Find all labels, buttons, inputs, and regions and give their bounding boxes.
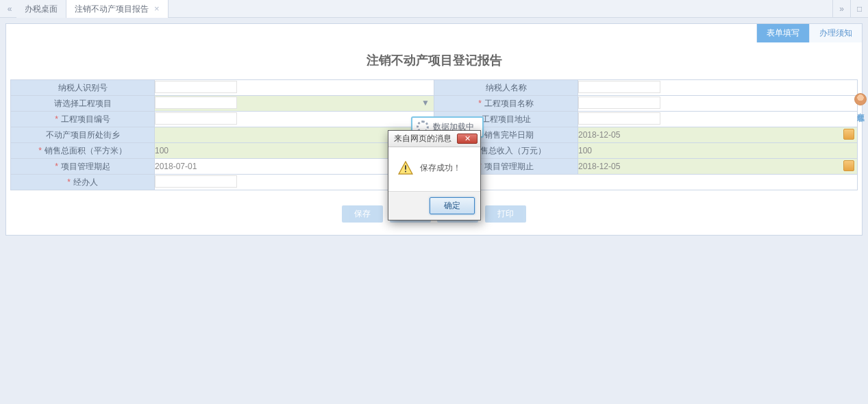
label-select-project: 请选择工程项目 [11, 96, 155, 112]
tab-bar: « 办税桌面 注销不动产项目报告 × » □ [0, 0, 868, 18]
label-street-town: 不动产项目所处街乡 [11, 127, 155, 143]
tab-form-fill[interactable]: 表单填写 [756, 24, 809, 42]
calendar-icon[interactable] [843, 129, 854, 140]
dialog-message: 保存成功！ [420, 162, 461, 174]
label-project-code: 工程项目编号 [11, 112, 155, 127]
value-manage-end: 2018-12-05 [578, 162, 620, 171]
dialog-titlebar[interactable]: 来自网页的消息 ✕ [388, 131, 480, 147]
svg-rect-1 [405, 165, 406, 169]
tab-scroll-right[interactable]: » [832, 0, 850, 18]
field-project-code[interactable] [155, 112, 434, 127]
tab-cancel-project[interactable]: 注销不动产项目报告 × [66, 0, 169, 18]
field-taxpayer-id[interactable] [155, 80, 434, 96]
online-help-label: 在线客服 [856, 107, 866, 110]
calendar-icon[interactable] [843, 160, 854, 171]
label-taxpayer-id: 纳税人识别号 [11, 80, 155, 96]
save-button[interactable]: 保存 [342, 205, 383, 223]
warning-icon [398, 161, 413, 175]
chevron-down-icon[interactable]: ▼ [421, 98, 430, 108]
label-total-area: 销售总面积（平方米） [11, 143, 155, 159]
ok-button[interactable]: 确定 [430, 197, 475, 214]
label-project-name: 工程项目名称 [434, 96, 578, 112]
tab-maximize[interactable]: □ [850, 0, 868, 18]
field-sale-end-date[interactable]: 2018-12-05 [578, 127, 858, 143]
tab-cancel-project-label: 注销不动产项目报告 [75, 0, 149, 18]
dialog-close-button[interactable]: ✕ [457, 134, 478, 144]
tab-scroll-left[interactable]: « [3, 2, 16, 16]
tab-process-notice[interactable]: 办理须知 [809, 24, 862, 42]
label-manage-start: 项目管理期起 [11, 159, 155, 175]
field-select-project[interactable]: ▼ [155, 96, 434, 112]
label-taxpayer-name: 纳税人名称 [434, 80, 578, 96]
tab-desktop-label: 办税桌面 [25, 0, 58, 18]
close-icon[interactable]: × [154, 0, 160, 18]
page-title: 注销不动产项目登记报告 [6, 42, 862, 79]
avatar-icon [854, 93, 867, 105]
field-total-revenue[interactable]: 100 [578, 143, 858, 159]
alert-dialog: 来自网页的消息 ✕ 保存成功！ 确定 [388, 130, 481, 220]
value-sale-end-date: 2018-12-05 [578, 130, 620, 140]
svg-rect-2 [405, 171, 406, 173]
field-manage-end[interactable]: 2018-12-05 [578, 159, 858, 175]
field-project-addr[interactable] [578, 112, 858, 127]
tab-desktop[interactable]: 办税桌面 [16, 0, 66, 18]
dialog-title: 来自网页的消息 [394, 133, 451, 144]
field-project-name[interactable] [578, 96, 858, 112]
inner-tabs: 表单填写 办理须知 [6, 24, 862, 42]
online-help[interactable]: 在线客服 [853, 93, 868, 110]
print-button[interactable]: 打印 [485, 205, 526, 223]
field-taxpayer-name[interactable] [578, 80, 858, 96]
field-handler[interactable] [155, 175, 858, 190]
label-handler: 经办人 [11, 175, 155, 190]
